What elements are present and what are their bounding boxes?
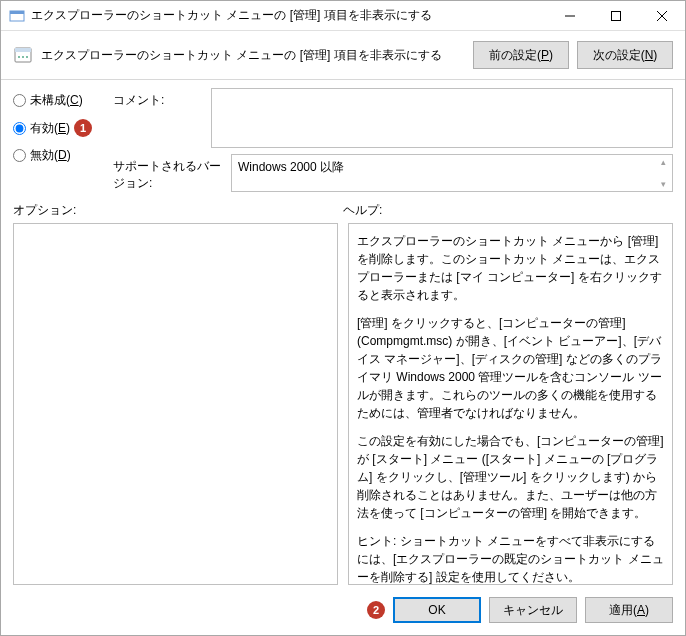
svg-rect-7 [15, 48, 31, 52]
window-controls [547, 1, 685, 31]
titlebar: エクスプローラーのショートカット メニューの [管理] 項目を非表示にする [1, 1, 685, 31]
radio-not-configured-input[interactable] [13, 94, 26, 107]
radio-enabled[interactable]: 有効(E) 1 [13, 119, 113, 137]
svg-rect-1 [10, 11, 24, 14]
cancel-button[interactable]: キャンセル [489, 597, 577, 623]
help-paragraph: [管理] をクリックすると、[コンピューターの管理] (Compmgmt.msc… [357, 314, 664, 422]
options-label: オプション: [13, 202, 343, 219]
app-icon [9, 8, 25, 24]
config-row: 未構成(C) 有効(E) 1 無効(D) コメント: サポートされるバージョン:… [1, 80, 685, 192]
minimize-button[interactable] [547, 1, 593, 31]
svg-rect-3 [612, 11, 621, 20]
fields-column: コメント: サポートされるバージョン: Windows 2000 以降 ▴▾ [113, 88, 673, 192]
help-panel: エクスプローラーのショートカット メニューから [管理] を削除します。このショ… [348, 223, 673, 585]
supported-label: サポートされるバージョン: [113, 154, 223, 192]
supported-versions-box: Windows 2000 以降 ▴▾ [231, 154, 673, 192]
policy-icon [13, 45, 33, 65]
section-labels: オプション: ヘルプ: [1, 192, 685, 223]
help-paragraph: ヒント: ショートカット メニューをすべて非表示にするには、[エクスプローラーの… [357, 532, 664, 585]
comment-input[interactable] [211, 88, 673, 148]
options-panel [13, 223, 338, 585]
close-button[interactable] [639, 1, 685, 31]
scroll-hint-icon: ▴▾ [656, 157, 670, 189]
apply-button[interactable]: 適用(A) [585, 597, 673, 623]
help-paragraph: エクスプローラーのショートカット メニューから [管理] を削除します。このショ… [357, 232, 664, 304]
radio-disabled[interactable]: 無効(D) [13, 147, 113, 164]
policy-editor-window: エクスプローラーのショートカット メニューの [管理] 項目を非表示にする エク… [0, 0, 686, 636]
previous-setting-button[interactable]: 前の設定(P) [473, 41, 569, 69]
annotation-badge-2: 2 [367, 601, 385, 619]
comment-row: コメント: [113, 88, 673, 148]
panels-row: エクスプローラーのショートカット メニューから [管理] を削除します。このショ… [1, 223, 685, 585]
nav-buttons: 前の設定(P) 次の設定(N) [473, 41, 673, 69]
window-title: エクスプローラーのショートカット メニューの [管理] 項目を非表示にする [31, 7, 547, 24]
help-label: ヘルプ: [343, 202, 673, 219]
radio-enabled-input[interactable] [13, 122, 26, 135]
next-setting-button[interactable]: 次の設定(N) [577, 41, 673, 69]
ok-button[interactable]: OK [393, 597, 481, 623]
maximize-button[interactable] [593, 1, 639, 31]
state-radio-group: 未構成(C) 有効(E) 1 無効(D) [13, 88, 113, 192]
svg-point-9 [22, 56, 24, 58]
radio-not-configured[interactable]: 未構成(C) [13, 92, 113, 109]
annotation-badge-1: 1 [74, 119, 92, 137]
policy-title: エクスプローラーのショートカット メニューの [管理] 項目を非表示にする [41, 47, 465, 64]
svg-point-8 [18, 56, 20, 58]
svg-point-10 [26, 56, 28, 58]
dialog-footer: 2 OK キャンセル 適用(A) [1, 585, 685, 635]
radio-disabled-input[interactable] [13, 149, 26, 162]
supported-versions-text: Windows 2000 以降 [238, 160, 344, 174]
supported-row: サポートされるバージョン: Windows 2000 以降 ▴▾ [113, 154, 673, 192]
header-row: エクスプローラーのショートカット メニューの [管理] 項目を非表示にする 前の… [1, 31, 685, 80]
help-paragraph: この設定を有効にした場合でも、[コンピューターの管理] が [スタート] メニュ… [357, 432, 664, 522]
comment-label: コメント: [113, 88, 203, 109]
